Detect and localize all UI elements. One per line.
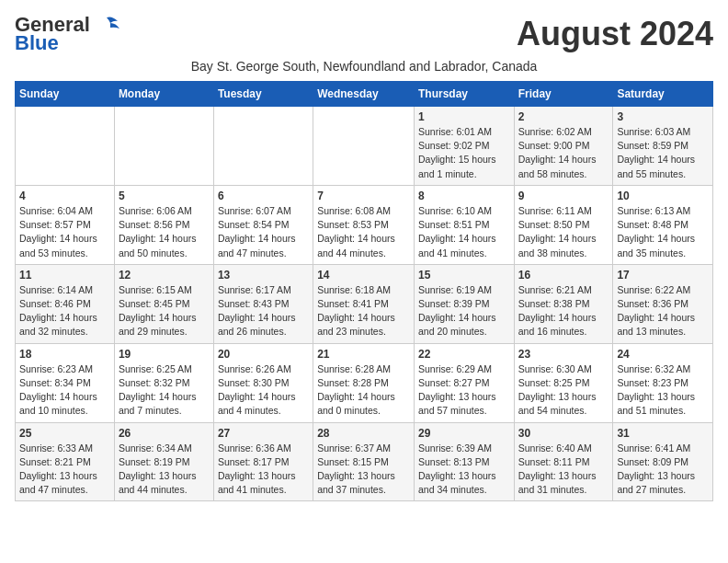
calendar-cell: 24Sunrise: 6:32 AMSunset: 8:23 PMDayligh… <box>613 343 713 422</box>
calendar-cell <box>114 107 213 186</box>
calendar-cell: 16Sunrise: 6:21 AMSunset: 8:38 PMDayligh… <box>514 264 613 343</box>
column-header-tuesday: Tuesday <box>213 82 313 107</box>
day-info: Sunrise: 6:21 AMSunset: 8:38 PMDaylight:… <box>518 283 609 339</box>
calendar-cell: 23Sunrise: 6:30 AMSunset: 8:25 PMDayligh… <box>514 343 613 422</box>
calendar-table: SundayMondayTuesdayWednesdayThursdayFrid… <box>15 81 713 501</box>
day-info: Sunrise: 6:25 AMSunset: 8:32 PMDaylight:… <box>119 362 210 419</box>
day-info: Sunrise: 6:10 AMSunset: 8:51 PMDaylight:… <box>418 204 510 260</box>
calendar-cell <box>213 107 313 186</box>
day-number: 15 <box>418 269 510 282</box>
calendar-cell: 29Sunrise: 6:39 AMSunset: 8:13 PMDayligh… <box>414 422 514 501</box>
page-header: General Blue August 2024 <box>15 15 713 55</box>
day-number: 24 <box>617 348 709 361</box>
day-number: 23 <box>518 348 609 361</box>
day-info: Sunrise: 6:01 AMSunset: 9:02 PMDaylight:… <box>418 125 510 181</box>
calendar-header-row: SundayMondayTuesdayWednesdayThursdayFrid… <box>16 82 713 107</box>
column-header-saturday: Saturday <box>613 82 713 107</box>
day-info: Sunrise: 6:28 AMSunset: 8:28 PMDaylight:… <box>317 362 410 419</box>
column-header-monday: Monday <box>114 82 213 107</box>
day-info: Sunrise: 6:14 AMSunset: 8:46 PMDaylight:… <box>19 283 110 339</box>
day-number: 30 <box>518 427 609 440</box>
day-number: 5 <box>119 190 210 202</box>
calendar-cell: 26Sunrise: 6:34 AMSunset: 8:19 PMDayligh… <box>114 422 213 501</box>
calendar-cell: 4Sunrise: 6:04 AMSunset: 8:57 PMDaylight… <box>16 185 115 264</box>
calendar-cell: 14Sunrise: 6:18 AMSunset: 8:41 PMDayligh… <box>313 264 415 343</box>
calendar-cell: 27Sunrise: 6:36 AMSunset: 8:17 PMDayligh… <box>213 422 313 501</box>
day-info: Sunrise: 6:17 AMSunset: 8:43 PMDaylight:… <box>218 283 309 339</box>
day-info: Sunrise: 6:41 AMSunset: 8:09 PMDaylight:… <box>617 442 709 498</box>
day-info: Sunrise: 6:02 AMSunset: 9:00 PMDaylight:… <box>518 125 609 181</box>
calendar-cell: 13Sunrise: 6:17 AMSunset: 8:43 PMDayligh… <box>213 264 313 343</box>
day-number: 12 <box>119 269 210 282</box>
calendar-cell: 12Sunrise: 6:15 AMSunset: 8:45 PMDayligh… <box>114 264 213 343</box>
calendar-subtitle: Bay St. George South, Newfoundland and L… <box>15 59 713 74</box>
column-header-thursday: Thursday <box>414 82 514 107</box>
day-info: Sunrise: 6:23 AMSunset: 8:34 PMDaylight:… <box>19 362 110 419</box>
day-number: 3 <box>617 110 709 123</box>
day-info: Sunrise: 6:07 AMSunset: 8:54 PMDaylight:… <box>218 204 309 260</box>
day-number: 27 <box>218 427 309 440</box>
day-info: Sunrise: 6:18 AMSunset: 8:41 PMDaylight:… <box>317 283 410 339</box>
day-number: 17 <box>617 269 709 282</box>
day-number: 18 <box>19 348 110 361</box>
logo: General Blue <box>15 15 121 55</box>
day-number: 29 <box>418 427 510 440</box>
day-info: Sunrise: 6:11 AMSunset: 8:50 PMDaylight:… <box>518 204 609 260</box>
day-number: 26 <box>119 427 210 440</box>
calendar-cell: 17Sunrise: 6:22 AMSunset: 8:36 PMDayligh… <box>613 264 713 343</box>
calendar-cell <box>16 107 115 186</box>
day-info: Sunrise: 6:19 AMSunset: 8:39 PMDaylight:… <box>418 283 510 339</box>
day-info: Sunrise: 6:22 AMSunset: 8:36 PMDaylight:… <box>617 283 709 339</box>
day-number: 21 <box>317 348 410 361</box>
day-number: 6 <box>218 190 309 202</box>
calendar-cell: 9Sunrise: 6:11 AMSunset: 8:50 PMDaylight… <box>514 185 613 264</box>
day-info: Sunrise: 6:26 AMSunset: 8:30 PMDaylight:… <box>218 362 309 419</box>
calendar-cell: 10Sunrise: 6:13 AMSunset: 8:48 PMDayligh… <box>613 185 713 264</box>
calendar-cell: 20Sunrise: 6:26 AMSunset: 8:30 PMDayligh… <box>213 343 313 422</box>
logo-blue-text: Blue <box>15 31 59 55</box>
column-header-sunday: Sunday <box>16 82 115 107</box>
day-number: 2 <box>518 110 609 123</box>
day-number: 22 <box>418 348 510 361</box>
day-number: 20 <box>218 348 309 361</box>
calendar-cell: 25Sunrise: 6:33 AMSunset: 8:21 PMDayligh… <box>16 422 115 501</box>
calendar-cell: 8Sunrise: 6:10 AMSunset: 8:51 PMDaylight… <box>414 185 514 264</box>
day-info: Sunrise: 6:03 AMSunset: 8:59 PMDaylight:… <box>617 125 709 181</box>
calendar-cell: 18Sunrise: 6:23 AMSunset: 8:34 PMDayligh… <box>16 343 115 422</box>
month-title: August 2024 <box>517 15 713 53</box>
day-info: Sunrise: 6:30 AMSunset: 8:25 PMDaylight:… <box>518 362 609 419</box>
day-info: Sunrise: 6:13 AMSunset: 8:48 PMDaylight:… <box>617 204 709 260</box>
calendar-cell: 11Sunrise: 6:14 AMSunset: 8:46 PMDayligh… <box>16 264 115 343</box>
day-info: Sunrise: 6:39 AMSunset: 8:13 PMDaylight:… <box>418 442 510 498</box>
day-number: 9 <box>518 190 609 202</box>
calendar-cell: 1Sunrise: 6:01 AMSunset: 9:02 PMDaylight… <box>414 107 514 186</box>
day-number: 14 <box>317 269 410 282</box>
day-number: 10 <box>617 190 709 202</box>
calendar-week-3: 11Sunrise: 6:14 AMSunset: 8:46 PMDayligh… <box>16 264 713 343</box>
calendar-week-1: 1Sunrise: 6:01 AMSunset: 9:02 PMDaylight… <box>16 107 713 186</box>
calendar-cell: 30Sunrise: 6:40 AMSunset: 8:11 PMDayligh… <box>514 422 613 501</box>
day-info: Sunrise: 6:33 AMSunset: 8:21 PMDaylight:… <box>19 442 110 498</box>
day-number: 7 <box>317 190 410 202</box>
day-number: 11 <box>19 269 110 282</box>
calendar-cell <box>313 107 415 186</box>
day-info: Sunrise: 6:29 AMSunset: 8:27 PMDaylight:… <box>418 362 510 419</box>
calendar-cell: 3Sunrise: 6:03 AMSunset: 8:59 PMDaylight… <box>613 107 713 186</box>
calendar-cell: 15Sunrise: 6:19 AMSunset: 8:39 PMDayligh… <box>414 264 514 343</box>
day-info: Sunrise: 6:36 AMSunset: 8:17 PMDaylight:… <box>218 442 309 498</box>
day-info: Sunrise: 6:37 AMSunset: 8:15 PMDaylight:… <box>317 442 410 498</box>
day-info: Sunrise: 6:08 AMSunset: 8:53 PMDaylight:… <box>317 204 410 260</box>
calendar-cell: 2Sunrise: 6:02 AMSunset: 9:00 PMDaylight… <box>514 107 613 186</box>
day-number: 25 <box>19 427 110 440</box>
calendar-cell: 5Sunrise: 6:06 AMSunset: 8:56 PMDaylight… <box>114 185 213 264</box>
calendar-cell: 21Sunrise: 6:28 AMSunset: 8:28 PMDayligh… <box>313 343 415 422</box>
day-number: 19 <box>119 348 210 361</box>
calendar-cell: 19Sunrise: 6:25 AMSunset: 8:32 PMDayligh… <box>114 343 213 422</box>
calendar-cell: 22Sunrise: 6:29 AMSunset: 8:27 PMDayligh… <box>414 343 514 422</box>
day-number: 16 <box>518 269 609 282</box>
column-header-friday: Friday <box>514 82 613 107</box>
calendar-week-5: 25Sunrise: 6:33 AMSunset: 8:21 PMDayligh… <box>16 422 713 501</box>
day-info: Sunrise: 6:04 AMSunset: 8:57 PMDaylight:… <box>19 204 110 260</box>
calendar-cell: 7Sunrise: 6:08 AMSunset: 8:53 PMDaylight… <box>313 185 415 264</box>
day-info: Sunrise: 6:15 AMSunset: 8:45 PMDaylight:… <box>119 283 210 339</box>
